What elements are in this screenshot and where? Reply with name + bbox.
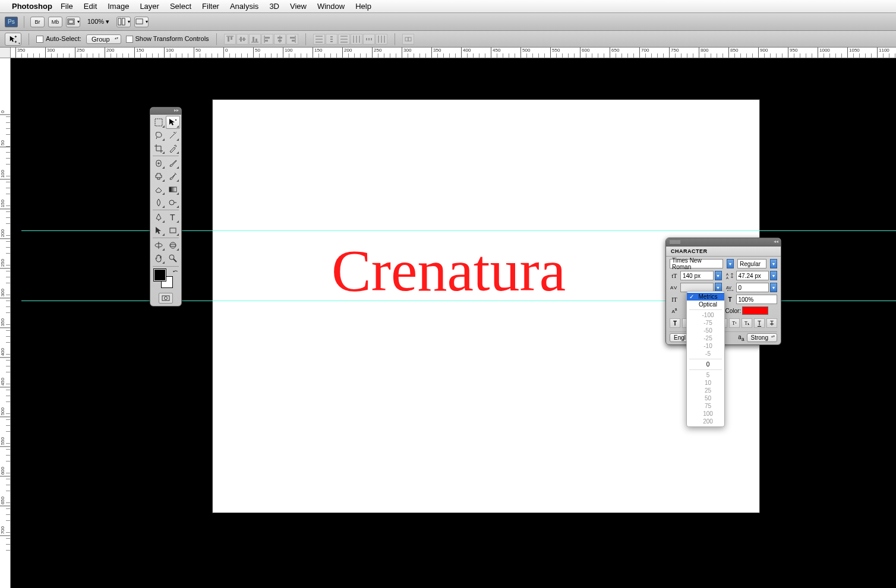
- kern-option[interactable]: 10: [687, 379, 724, 387]
- subscript-button[interactable]: T₁: [742, 318, 752, 328]
- bold-button[interactable]: T: [670, 318, 680, 328]
- kern-option[interactable]: 25: [687, 387, 724, 394]
- dist-hcenter-button[interactable]: [363, 34, 375, 45]
- kern-option[interactable]: -100: [687, 311, 724, 319]
- ruler-horizontal[interactable]: 3503002502001501005005010015020025030035…: [11, 48, 896, 58]
- dist-left-button[interactable]: [351, 34, 362, 45]
- tools-panel[interactable]: T ⤺: [150, 107, 182, 306]
- active-tool-icon[interactable]: ▾: [5, 33, 21, 46]
- menu-window[interactable]: Window: [317, 2, 345, 11]
- character-tab[interactable]: CHARACTER: [666, 246, 781, 257]
- blur-tool[interactable]: [152, 196, 166, 209]
- underline-button[interactable]: T: [754, 318, 765, 328]
- zoom-tool[interactable]: [166, 252, 180, 265]
- font-size-dropdown[interactable]: ▼: [715, 271, 722, 280]
- minibridge-button[interactable]: Mb: [48, 17, 62, 27]
- menu-image[interactable]: Image: [108, 2, 129, 11]
- kern-option[interactable]: -25: [687, 334, 724, 342]
- menu-layer[interactable]: Layer: [140, 2, 159, 11]
- arrange-docs-button[interactable]: [116, 17, 131, 27]
- view-extras-button[interactable]: [66, 17, 80, 27]
- kern-option-zero[interactable]: 0: [687, 361, 724, 368]
- font-family-dropdown[interactable]: ▼: [727, 259, 734, 268]
- move-tool[interactable]: [166, 116, 180, 129]
- align-vcenter-button[interactable]: [236, 34, 248, 45]
- 3d-orbit-tool[interactable]: [166, 239, 180, 252]
- dist-bottom-button[interactable]: [338, 34, 350, 45]
- ruler-vertical[interactable]: 0501001502002503003504004505005506006507…: [0, 58, 11, 588]
- lasso-tool[interactable]: [152, 129, 166, 142]
- dist-right-button[interactable]: [376, 34, 387, 45]
- autoselect-target-select[interactable]: Group: [86, 34, 121, 44]
- kern-option[interactable]: -10: [687, 342, 724, 350]
- align-left-button[interactable]: [261, 34, 273, 45]
- leading-field[interactable]: 47.24 px: [736, 271, 769, 280]
- text-layer[interactable]: Crenatura: [332, 236, 566, 305]
- clone-stamp-tool[interactable]: [152, 170, 166, 183]
- foreground-color[interactable]: [154, 269, 166, 281]
- type-tool[interactable]: T: [166, 211, 180, 224]
- auto-align-button[interactable]: [402, 34, 414, 45]
- menu-analysis[interactable]: Analysis: [230, 2, 258, 11]
- autoselect-checkbox[interactable]: Auto-Select:: [36, 35, 81, 43]
- history-brush-tool[interactable]: [166, 170, 180, 183]
- kern-option[interactable]: 200: [687, 418, 724, 425]
- hand-tool[interactable]: [152, 252, 166, 265]
- screen-mode-button[interactable]: [134, 17, 149, 27]
- menu-help[interactable]: Help: [355, 2, 371, 11]
- quickmask-toggle[interactable]: [150, 292, 181, 306]
- pen-tool[interactable]: [152, 211, 166, 224]
- align-bottom-button[interactable]: [249, 34, 261, 45]
- font-family-field[interactable]: Times New Roman: [670, 259, 723, 268]
- 3d-rotate-tool[interactable]: [152, 239, 166, 252]
- align-right-button[interactable]: [286, 34, 298, 45]
- zoom-level[interactable]: 100% ▾: [87, 18, 109, 26]
- kern-option[interactable]: 50: [687, 394, 724, 402]
- eyedropper-tool[interactable]: [166, 142, 180, 155]
- menu-3d[interactable]: 3D: [269, 2, 279, 11]
- character-panel-header[interactable]: [666, 238, 781, 246]
- tracking-field[interactable]: 0: [736, 283, 769, 292]
- crop-tool[interactable]: [152, 142, 166, 155]
- kern-option[interactable]: 75: [687, 402, 724, 410]
- kern-option-metrics[interactable]: Metrics: [687, 293, 724, 301]
- kern-option[interactable]: -75: [687, 319, 724, 327]
- dist-top-button[interactable]: [313, 34, 325, 45]
- kern-option-optical[interactable]: Optical: [687, 301, 724, 308]
- brush-tool[interactable]: [166, 157, 180, 170]
- font-style-field[interactable]: Regular: [737, 259, 766, 268]
- dodge-tool[interactable]: [166, 196, 180, 209]
- menu-filter[interactable]: Filter: [202, 2, 219, 11]
- strike-button[interactable]: T: [766, 318, 777, 328]
- marquee-tool[interactable]: [152, 116, 166, 129]
- ruler-origin[interactable]: [0, 48, 11, 58]
- align-top-button[interactable]: [224, 34, 236, 45]
- kern-option[interactable]: -50: [687, 327, 724, 334]
- healing-brush-tool[interactable]: [152, 157, 166, 170]
- font-style-dropdown[interactable]: ▼: [770, 259, 777, 268]
- app-name[interactable]: Photoshop: [12, 2, 52, 11]
- text-color-swatch[interactable]: [742, 306, 768, 315]
- path-select-tool[interactable]: [152, 224, 166, 237]
- gradient-tool[interactable]: [166, 183, 180, 196]
- align-hcenter-button[interactable]: [274, 34, 286, 45]
- menu-edit[interactable]: Edit: [84, 2, 97, 11]
- kern-option[interactable]: -5: [687, 350, 724, 358]
- bridge-button[interactable]: Br: [30, 17, 45, 27]
- kerning-dropdown-menu[interactable]: Metrics Optical -100 -75 -50 -25 -10 -5 …: [686, 291, 725, 427]
- tools-panel-header[interactable]: [150, 108, 181, 115]
- tracking-dropdown[interactable]: ▼: [770, 283, 777, 292]
- kern-option[interactable]: 100: [687, 410, 724, 418]
- swap-colors-icon[interactable]: ⤺: [173, 268, 178, 274]
- color-swatches[interactable]: ⤺: [150, 267, 181, 292]
- menu-file[interactable]: File: [61, 2, 73, 11]
- leading-dropdown[interactable]: ▼: [770, 271, 777, 280]
- antialias-select[interactable]: Strong: [747, 333, 777, 342]
- kern-option[interactable]: 5: [687, 371, 724, 379]
- menu-select[interactable]: Select: [170, 2, 191, 11]
- transform-checkbox[interactable]: Show Transform Controls: [126, 35, 209, 43]
- superscript-button[interactable]: T¹: [729, 318, 740, 328]
- eraser-tool[interactable]: [152, 183, 166, 196]
- hscale-field[interactable]: 100%: [736, 295, 778, 304]
- font-size-field[interactable]: 140 px: [680, 271, 714, 280]
